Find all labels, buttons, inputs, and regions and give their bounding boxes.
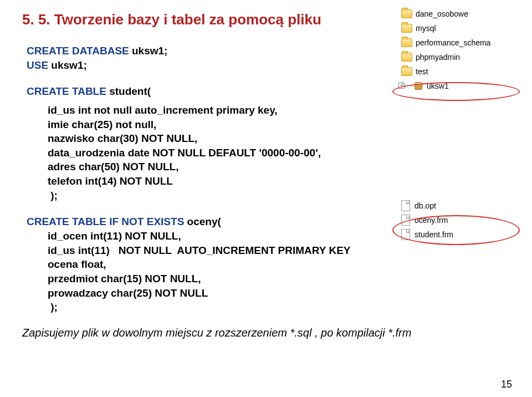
folder-icon bbox=[401, 9, 412, 18]
folder-icon bbox=[401, 24, 412, 33]
file-label: db.opt bbox=[415, 201, 436, 210]
folder-label: test bbox=[416, 67, 428, 76]
folder-item[interactable]: mysql bbox=[401, 21, 512, 35]
folder-label: dane_osobowe bbox=[416, 9, 468, 18]
folder-label: phpmyadmin bbox=[416, 53, 460, 62]
folder-item[interactable]: dane_osobowe bbox=[401, 7, 512, 21]
file-item[interactable]: db.opt bbox=[401, 198, 512, 213]
footer-note: Zapisujemy plik w dowolnym miejscu z roz… bbox=[22, 327, 510, 339]
folder-label: mysql bbox=[416, 24, 436, 33]
folder-icon bbox=[401, 53, 412, 62]
highlight-ellipse bbox=[392, 82, 520, 101]
page-number: 15 bbox=[501, 379, 512, 390]
file-browser: dane_osobowe mysql performance_schema ph… bbox=[401, 7, 512, 242]
folder-icon bbox=[401, 38, 412, 47]
folder-item[interactable]: test bbox=[401, 64, 512, 79]
folder-item[interactable]: performance_schema bbox=[401, 35, 512, 50]
folder-icon bbox=[401, 67, 412, 76]
highlight-ellipse bbox=[392, 215, 520, 245]
folder-item[interactable]: phpmyadmin bbox=[401, 50, 512, 64]
file-icon bbox=[401, 200, 410, 211]
folder-label: performance_schema bbox=[416, 38, 490, 47]
